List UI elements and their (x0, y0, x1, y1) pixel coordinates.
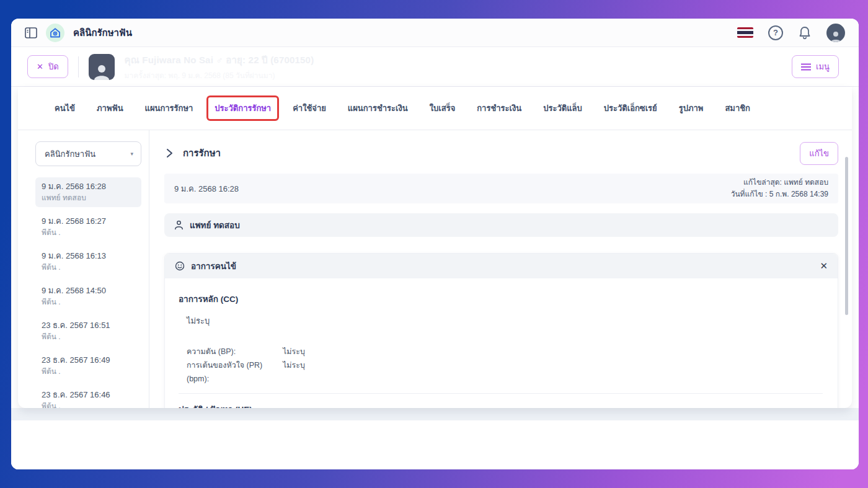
vital-label: ความดัน (BP): (187, 345, 283, 358)
vital-value: ไม่ระบุ (283, 358, 305, 386)
menu-button[interactable]: เมนู (792, 55, 839, 78)
sidebar-toggle-icon[interactable] (25, 27, 37, 38)
treatment-pane: การรักษา แก้ไข 9 ม.ค. 2568 16:28 แก้ไขล่… (149, 130, 852, 408)
visit-datetime: 9 ม.ค. 2568 14:50 (42, 285, 135, 296)
tab-treatment-plan[interactable]: แผนการรักษา (137, 95, 202, 121)
visit-list: 9 ม.ค. 2568 16:28แพทย์ ทดสอบ9 ม.ค. 2568 … (35, 177, 141, 408)
vital-label: การเต้นของหัวใจ (PR) (bpm): (187, 358, 283, 386)
patient-header-bar: ✕ ปิด คุณ Fujiwara No Sai ♂ อายุ: 22 ปี … (11, 47, 859, 87)
last-edited-by: แก้ไขล่าสุด: แพทย์ ทดสอบ (731, 177, 828, 189)
visit-provider: พีต้น . (42, 227, 135, 238)
help-icon[interactable]: ? (768, 25, 783, 40)
cc-heading: อาการหลัก (CC) (179, 292, 823, 306)
visit-datetime: 9 ม.ค. 2568 16:27 (42, 216, 135, 227)
tab-lab-history[interactable]: ประวัติแล็บ (535, 95, 590, 121)
cc-value: ไม่ระบุ (187, 314, 823, 327)
page-background (11, 420, 859, 469)
visit-info-band: 9 ม.ค. 2568 16:28 แก้ไขล่าสุด: แพทย์ ทดส… (164, 174, 838, 203)
visit-provider: พีต้น . (42, 296, 135, 308)
hamburger-icon (801, 63, 811, 71)
visit-datetime: 9 ม.ค. 2568 16:13 (42, 251, 135, 262)
tab-pictures[interactable]: รูปภาพ (671, 95, 712, 121)
tab-payment-plan[interactable]: แผนการชำระเงิน (340, 95, 416, 121)
vertical-scrollbar[interactable] (845, 157, 848, 315)
tab-expenses[interactable]: ค่าใช้จ่าย (285, 95, 334, 121)
patient-record-card: คนไข้ภาพฟันแผนการรักษาประวัติการรักษาค่า… (18, 87, 852, 408)
clinic-select[interactable]: คลินิกรักษาฟัน ▾ (35, 141, 141, 166)
visit-list-item[interactable]: 9 ม.ค. 2568 16:28แพทย์ ทดสอบ (35, 177, 141, 207)
bell-icon[interactable] (798, 25, 812, 40)
section-title: การรักษา (183, 146, 221, 161)
chevron-right-icon[interactable] (164, 148, 174, 158)
close-icon[interactable]: ✕ (820, 260, 828, 272)
gender-male-icon: ♂ (216, 55, 223, 65)
tab-payments[interactable]: การชำระเงิน (469, 95, 529, 121)
app-window: คลินิกรักษาฟัน ? ✕ ปิ (11, 19, 859, 469)
content-area: คนไข้ภาพฟันแผนการรักษาประวัติการรักษาค่า… (11, 87, 859, 469)
divider (179, 393, 823, 394)
page-background-strip (11, 408, 859, 420)
visit-provider: พีต้น . (42, 262, 135, 273)
doctor-name: แพทย์ ทดสอบ (190, 218, 240, 232)
visit-list-item[interactable]: 23 ธ.ค. 2567 16:46พีต้น . (35, 386, 141, 408)
visit-provider: พีต้น . (42, 401, 135, 408)
patient-last-visit: มาครั้งล่าสุด: พฤ. 9 ม.ค. 2568 (85 วันที… (125, 69, 314, 81)
tab-tooth-images[interactable]: ภาพฟัน (89, 95, 131, 121)
tab-patient[interactable]: คนไข้ (46, 95, 83, 121)
visit-list-item[interactable]: 23 ธ.ค. 2567 16:51พีต้น . (35, 316, 141, 346)
smiley-icon (175, 261, 185, 271)
tab-receipt[interactable]: ใบเสร็จ (422, 95, 464, 121)
visit-list-item[interactable]: 23 ธ.ค. 2567 16:49พีต้น . (35, 351, 141, 381)
close-icon: ✕ (37, 62, 43, 71)
doctor-panel: แพทย์ ทดสอบ (164, 213, 838, 237)
chevron-down-icon: ▾ (130, 151, 133, 157)
person-icon (174, 220, 184, 230)
symptoms-title: อาการคนไข้ (191, 259, 236, 273)
last-edited-date: วันที่แก้ไข : 5 ก.พ. 2568 14:39 (731, 189, 828, 200)
visit-sidebar: คลินิกรักษาฟัน ▾ 9 ม.ค. 2568 16:28แพทย์ … (18, 130, 149, 408)
visit-datetime: 23 ธ.ค. 2567 16:49 (42, 355, 135, 366)
top-navbar: คลินิกรักษาฟัน ? (11, 19, 859, 47)
vital-row: ความดัน (BP):ไม่ระบุ (187, 345, 823, 358)
close-patient-button[interactable]: ✕ ปิด (27, 55, 68, 78)
visit-provider: แพทย์ ทดสอบ (42, 192, 135, 203)
visit-datetime: 23 ธ.ค. 2567 16:46 (42, 389, 135, 401)
visit-list-item[interactable]: 9 ม.ค. 2568 14:50พีต้น . (35, 282, 141, 311)
app-title: คลินิกรักษาฟัน (73, 25, 132, 40)
record-tabs: คนไข้ภาพฟันแผนการรักษาประวัติการรักษาค่า… (18, 87, 852, 130)
tab-xray-history[interactable]: ประวัติเอ็กซเรย์ (596, 95, 665, 121)
thai-flag-icon[interactable] (737, 27, 753, 38)
visit-provider: พีต้น . (42, 366, 135, 377)
visit-provider: พีต้น . (42, 331, 135, 342)
home-icon[interactable] (46, 24, 64, 42)
visit-list-item[interactable]: 9 ม.ค. 2568 16:13พีต้น . (35, 247, 141, 277)
user-avatar[interactable] (826, 24, 845, 42)
patient-avatar (89, 54, 115, 80)
he-heading: ประวัติ / ปัญหา (HE) (179, 402, 823, 408)
visit-list-item[interactable]: 9 ม.ค. 2568 16:27พีต้น . (35, 212, 141, 242)
vitals-list: ความดัน (BP):ไม่ระบุการเต้นของหัวใจ (PR)… (187, 345, 823, 386)
vital-row: การเต้นของหัวใจ (PR) (bpm):ไม่ระบุ (187, 358, 823, 386)
visit-datetime: 23 ธ.ค. 2567 16:51 (42, 320, 135, 331)
tab-members[interactable]: สมาชิก (717, 95, 758, 121)
patient-id: (6700150) (270, 55, 314, 65)
symptoms-panel: อาการคนไข้ ✕ อาการหลัก (CC) ไม่ระบุ ความ… (164, 253, 838, 408)
vital-value: ไม่ระบุ (283, 345, 305, 358)
visit-datetime: 9 ม.ค. 2568 16:28 (174, 182, 239, 195)
divider (78, 56, 79, 78)
visit-datetime: 9 ม.ค. 2568 16:28 (42, 181, 135, 192)
tab-treatment-history[interactable]: ประวัติการรักษา (206, 95, 279, 121)
patient-name-line: คุณ Fujiwara No Sai ♂ อายุ: 22 ปี (67001… (125, 53, 314, 68)
edit-button[interactable]: แก้ไข (800, 142, 838, 165)
